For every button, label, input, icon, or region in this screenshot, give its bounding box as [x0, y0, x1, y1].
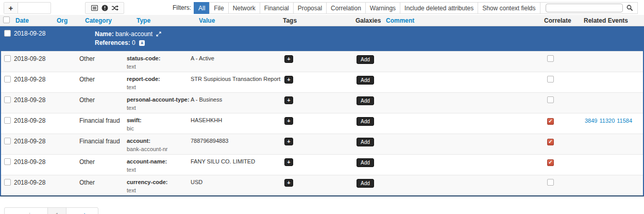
filter-tab-file[interactable]: File: [209, 2, 228, 14]
related-event-link[interactable]: 11584: [617, 118, 632, 124]
add-galaxy-button[interactable]: Add: [357, 117, 374, 126]
table-header-row: DateOrgCategoryTypeValueTagsGalaxiesComm…: [0, 15, 644, 26]
filter-tab-warnings[interactable]: Warnings: [365, 2, 400, 14]
search-icon[interactable]: [626, 5, 633, 11]
object-row[interactable]: 2018-09-28 Name: bank-account References…: [1, 26, 643, 51]
correlate-checkbox[interactable]: [547, 139, 554, 145]
add-galaxy-button[interactable]: Add: [357, 158, 374, 167]
attribute-value: FANY SILU CO. LIMITED: [190, 155, 282, 175]
add-tag-button[interactable]: +: [284, 55, 293, 63]
add-reference-icon[interactable]: [139, 40, 145, 46]
row-checkbox-cell: [1, 93, 13, 113]
row-checkbox-cell: [1, 113, 13, 134]
header-cell: Date: [12, 17, 57, 24]
display-tools-group: [85, 2, 124, 14]
add-tag-button[interactable]: +: [284, 179, 293, 187]
object-name-line: Name: bank-account: [95, 30, 644, 39]
attribute-value: A - Active: [190, 52, 282, 72]
correlate-checkbox[interactable]: [547, 159, 554, 166]
galaxies-cell: Add: [354, 134, 385, 154]
column-header-date[interactable]: Date: [15, 17, 29, 24]
attribute-value: USD: [190, 175, 282, 195]
pagination-next[interactable]: next »: [66, 208, 98, 214]
filter-tab-correlation[interactable]: Correlation: [326, 2, 366, 14]
add-galaxy-button[interactable]: Add: [357, 55, 374, 64]
row-checkbox[interactable]: [4, 179, 11, 186]
shuffle-icon[interactable]: [111, 4, 119, 12]
attribute-value: HASEHKHH: [190, 113, 282, 134]
correlate-cell: [542, 134, 582, 154]
attribute-type-name: personal-account-type:: [127, 96, 190, 103]
correlate-checkbox[interactable]: [547, 55, 554, 62]
column-header-category[interactable]: Category: [85, 17, 112, 24]
correlate-checkbox[interactable]: [547, 118, 554, 125]
header-cell: Galaxies: [353, 17, 384, 24]
header-cell: Comment: [384, 17, 541, 24]
correlate-checkbox[interactable]: [547, 76, 554, 83]
column-header-org[interactable]: Org: [57, 17, 67, 24]
row-checkbox[interactable]: [4, 117, 11, 124]
filter-tab-show-context-fields[interactable]: Show context fields: [478, 2, 540, 14]
tags-cell: +: [282, 113, 354, 134]
attribute-type-name: status-code:: [127, 55, 190, 61]
add-galaxy-button[interactable]: Add: [357, 138, 374, 146]
related-event-link[interactable]: 11320: [599, 118, 615, 124]
attribute-org: [58, 175, 78, 195]
filter-tab-financial[interactable]: Financial: [260, 2, 294, 14]
related-event-link[interactable]: 3849: [585, 118, 597, 124]
row-checkbox[interactable]: [4, 76, 11, 83]
add-galaxy-button[interactable]: Add: [357, 179, 374, 188]
column-header-tags: Tags: [283, 17, 297, 24]
correlate-checkbox[interactable]: [547, 179, 554, 186]
column-header-value[interactable]: Value: [199, 17, 215, 24]
attribute-comment: [385, 93, 542, 113]
filter-tab-all[interactable]: All: [194, 2, 210, 14]
row-checkbox[interactable]: [4, 158, 11, 165]
related-events: [582, 93, 644, 113]
attribute-org: [58, 93, 78, 113]
column-header-comment[interactable]: Comment: [386, 17, 414, 24]
column-header-type[interactable]: Type: [137, 17, 150, 24]
filter-tab-network[interactable]: Network: [228, 2, 260, 14]
attribute-comment: [385, 175, 542, 195]
attribute-type: currency-code: text: [126, 175, 190, 195]
attribute-type: account-name: text: [126, 155, 190, 175]
search-cell: [540, 2, 638, 14]
row-checkbox[interactable]: [4, 55, 11, 62]
pagination: « previous1next »: [4, 207, 98, 214]
attribute-row: 2018-09-28 Other currency-code: text USD…: [1, 175, 643, 195]
add-attribute-button[interactable]: +: [4, 3, 18, 13]
add-tag-button[interactable]: +: [284, 117, 293, 125]
attribute-type-subtype: bank-account-nr: [127, 146, 190, 152]
add-tag-button[interactable]: +: [284, 158, 293, 166]
row-checkbox[interactable]: [4, 96, 11, 103]
row-checkbox[interactable]: [4, 138, 11, 144]
tags-cell: +: [282, 175, 354, 195]
attribute-date: 2018-09-28: [13, 134, 58, 154]
filter-tab-include-deleted-attributes[interactable]: Include deleted attributes: [400, 2, 478, 14]
column-header-related-events: Related Events: [584, 17, 628, 24]
expand-icon[interactable]: [156, 31, 161, 37]
pagination-1[interactable]: 1: [47, 208, 66, 214]
object-references-label: References:: [95, 39, 130, 46]
attribute-date: 2018-09-28: [13, 72, 58, 92]
object-row-checkbox[interactable]: [4, 30, 11, 37]
attribute-type: report-code: text: [126, 72, 190, 92]
add-tag-button[interactable]: +: [284, 138, 293, 145]
filter-tab-proposal[interactable]: Proposal: [293, 2, 327, 14]
attribute-row: 2018-09-28 Other account-name: text FANY…: [1, 154, 643, 175]
attribute-type-name: report-code:: [127, 76, 190, 82]
select-all-checkbox[interactable]: [3, 17, 10, 23]
correlate-checkbox[interactable]: [547, 96, 554, 103]
list-icon[interactable]: [91, 4, 98, 12]
add-galaxy-button[interactable]: Add: [357, 76, 374, 85]
search-input[interactable]: [546, 4, 623, 12]
attribute-date: 2018-09-28: [13, 113, 58, 134]
exclamation-icon[interactable]: [101, 4, 109, 12]
attribute-toolbar: + Filters:: [0, 0, 644, 15]
add-galaxy-button[interactable]: Add: [357, 96, 374, 105]
add-tag-button[interactable]: +: [284, 76, 293, 84]
correlate-cell: [542, 52, 582, 72]
add-tag-button[interactable]: +: [284, 96, 293, 104]
galaxies-cell: Add: [354, 113, 385, 134]
